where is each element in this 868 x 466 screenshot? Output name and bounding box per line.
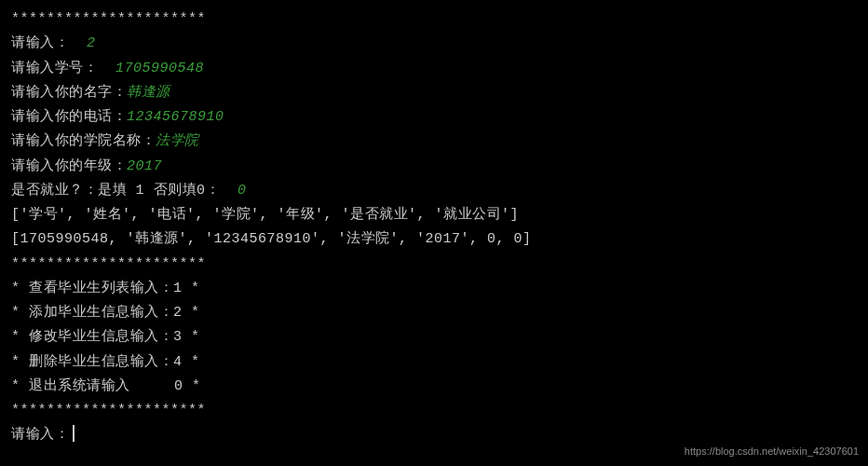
menu-item-view: * 查看毕业生列表输入：1 * <box>11 277 857 301</box>
prompt-label: 请输入你的名字： <box>11 85 127 101</box>
input-line-college: 请输入你的学院名称：法学院 <box>11 130 857 154</box>
menu-item-modify: * 修改毕业生信息输入：3 * <box>11 325 857 350</box>
input-value: 0 <box>237 183 247 199</box>
input-line-phone: 请输入你的电话：12345678910 <box>11 105 857 130</box>
prompt-label: 请输入你的年级： <box>11 158 127 174</box>
input-line-grade: 请输入你的年级：2017 <box>11 155 857 179</box>
prompt-label: 请输入你的学院名称： <box>11 133 156 149</box>
input-value: 法学院 <box>156 133 199 149</box>
watermark-url: https://blog.csdn.net/weixin_42307601 <box>685 443 859 460</box>
separator-stars: ********************** <box>11 253 857 277</box>
input-value: 12345678910 <box>127 109 224 125</box>
menu-item-delete: * 删除毕业生信息输入：4 * <box>11 350 857 375</box>
prompt-label: 请输入： <box>11 427 69 443</box>
output-array-values: [1705990548, '韩逢源', '12345678910', '法学院'… <box>11 227 857 252</box>
prompt-label: 请输入学号： <box>11 61 115 76</box>
output-array-headers: ['学号', '姓名', '电话', '学院', '年级', '是否就业', '… <box>11 203 857 227</box>
input-line-name: 请输入你的名字：韩逢源 <box>11 81 857 105</box>
input-value: 2 <box>87 35 96 51</box>
menu-item-add: * 添加毕业生信息输入：2 * <box>11 301 857 325</box>
input-line-student-id: 请输入学号： 1705990548 <box>11 57 857 81</box>
menu-item-exit: * 退出系统请输入 0 * <box>11 375 857 399</box>
prompt-label: 请输入： <box>11 35 87 51</box>
prompt-label: 是否就业？：是填 1 否则填0： <box>11 183 237 199</box>
separator-stars: ********************** <box>11 7 857 32</box>
input-value: 韩逢源 <box>127 85 170 101</box>
input-line-choice: 请输入： 2 <box>11 32 857 56</box>
input-value: 2017 <box>127 158 162 174</box>
separator-stars: ********************** <box>11 399 857 423</box>
input-value: 1705990548 <box>115 61 204 76</box>
input-line-employed: 是否就业？：是填 1 否则填0： 0 <box>11 179 857 203</box>
cursor-icon <box>73 425 75 442</box>
prompt-label: 请输入你的电话： <box>11 109 127 125</box>
